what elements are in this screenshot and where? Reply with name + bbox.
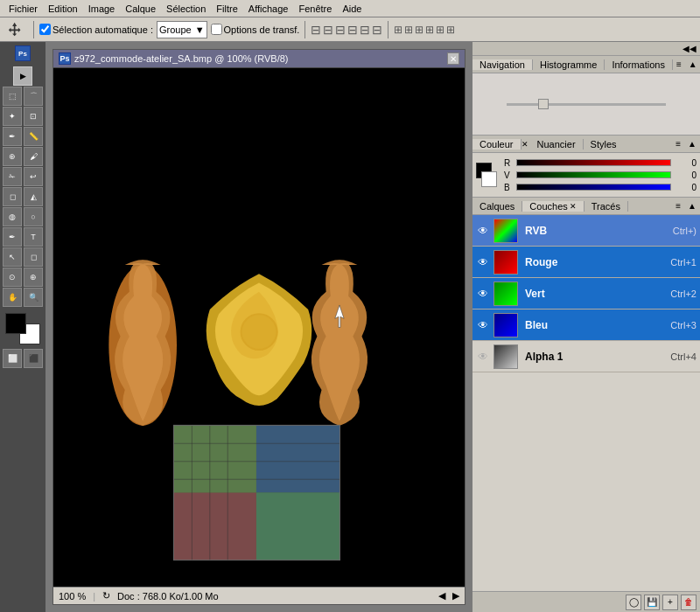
align-middle-v-icon[interactable]: ⊟: [360, 23, 370, 37]
menu-aide[interactable]: Aide: [337, 3, 367, 15]
tab-informations[interactable]: Informations: [605, 59, 673, 70]
bg-color-swatch[interactable]: [481, 171, 497, 187]
rectangular-marquee-tool[interactable]: ⬚: [3, 87, 22, 106]
channel-row-rvb[interactable]: 👁 RVB Ctrl+): [472, 215, 700, 247]
distrib-left-icon[interactable]: ⊞: [394, 24, 402, 36]
panel-collapse-icon[interactable]: ◀◀: [682, 44, 696, 53]
path-select-tool[interactable]: ↖: [3, 247, 22, 267]
b-slider[interactable]: [516, 184, 671, 191]
visibility-icon-bleu[interactable]: 👁: [476, 318, 490, 332]
3d-pan-tool[interactable]: ⊕: [24, 268, 43, 287]
menu-fenetre[interactable]: Fenêtre: [293, 3, 337, 15]
eyedropper-tool[interactable]: ✒: [3, 127, 22, 146]
channel-row-bleu[interactable]: 👁 Bleu Ctrl+3: [472, 309, 700, 341]
menu-edition[interactable]: Edition: [43, 3, 83, 15]
r-slider[interactable]: [516, 159, 671, 166]
nav-slider[interactable]: [507, 103, 666, 106]
hand-tool[interactable]: ✋: [3, 288, 22, 307]
visibility-icon-vert[interactable]: 👁: [476, 287, 490, 301]
scroll-left-btn[interactable]: ◀: [438, 590, 445, 602]
clone-stamp-tool[interactable]: ✁: [3, 167, 22, 186]
eraser-tool[interactable]: ◻: [3, 187, 22, 206]
distrib-top-icon[interactable]: ⊞: [425, 24, 434, 36]
distrib-bottom-icon[interactable]: ⊞: [446, 24, 455, 36]
g-slider[interactable]: [516, 171, 671, 178]
lasso-tool[interactable]: ⌒: [24, 87, 43, 106]
align-left-icon[interactable]: ⊟: [311, 23, 321, 37]
canvas-close-button[interactable]: ✕: [447, 52, 459, 65]
tab-histogramme[interactable]: Histogramme: [533, 59, 605, 70]
blur-tool[interactable]: ◍: [3, 207, 22, 226]
channel-row-alpha1[interactable]: 👁 Alpha 1 Ctrl+4: [472, 341, 700, 372]
tab-nuancier[interactable]: Nuancier: [530, 139, 584, 150]
zoom-level: 100 %: [59, 591, 86, 602]
align-right-icon[interactable]: ⊟: [335, 23, 346, 37]
layers-panel-resize-icon[interactable]: ▲: [684, 201, 700, 211]
brush-tool[interactable]: 🖌: [24, 147, 43, 166]
distrib-center-h-icon[interactable]: ⊞: [404, 24, 413, 36]
couleur-tab-close[interactable]: ✕: [522, 140, 528, 149]
channel-row-vert[interactable]: 👁 Vert Ctrl+2: [472, 278, 700, 309]
new-channel-btn[interactable]: +: [662, 595, 678, 610]
crop-tool[interactable]: ⊡: [24, 107, 43, 126]
fill-tool[interactable]: ◭: [24, 187, 43, 206]
measure-tool[interactable]: 📏: [24, 127, 43, 146]
color-panel-menu-icon[interactable]: ≡: [672, 139, 684, 149]
nav-slider-thumb[interactable]: [538, 99, 549, 109]
menu-fichier[interactable]: Fichier: [4, 3, 43, 15]
toolbar: Sélection automatique : Groupe ▼ Options…: [0, 17, 700, 42]
layers-panel-menu-icon[interactable]: ≡: [672, 201, 684, 211]
foreground-color-swatch[interactable]: [5, 313, 26, 334]
channel-row-rouge[interactable]: 👁 Rouge Ctrl+1: [472, 247, 700, 278]
move-tool[interactable]: ▶: [13, 66, 32, 86]
healing-brush-tool[interactable]: ⊕: [3, 147, 22, 166]
visibility-icon-rouge[interactable]: 👁: [476, 255, 490, 269]
menu-affichage[interactable]: Affichage: [243, 3, 294, 15]
visibility-icon-rvb[interactable]: 👁: [476, 224, 490, 238]
delete-channel-btn[interactable]: 🗑: [681, 595, 696, 610]
align-top-icon[interactable]: ⊟: [347, 23, 358, 37]
g-label: V: [504, 170, 513, 180]
options-transform-checkbox[interactable]: Options de transf.: [211, 24, 300, 35]
tab-styles[interactable]: Styles: [584, 139, 624, 150]
pen-tool[interactable]: ✒: [3, 227, 22, 247]
group-dropdown-value: Groupe: [159, 24, 192, 35]
tab-navigation[interactable]: Navigation: [472, 59, 533, 70]
tab-couleur[interactable]: Couleur: [472, 139, 522, 150]
tab-calques[interactable]: Calques: [472, 201, 522, 212]
refresh-icon[interactable]: ↻: [102, 590, 110, 602]
quick-mask-btn[interactable]: ⬛: [24, 349, 43, 368]
nav-panel-menu-icon[interactable]: ≡: [673, 59, 685, 69]
tab-couches[interactable]: Couches✕: [522, 201, 584, 212]
tab-traces[interactable]: Tracés: [584, 201, 628, 212]
nav-panel-collapse-icon[interactable]: ▲: [685, 59, 700, 69]
3d-tool[interactable]: ⊙: [3, 268, 22, 287]
menu-selection[interactable]: Sélection: [161, 3, 211, 15]
quick-select-tool[interactable]: ✦: [3, 107, 22, 126]
align-center-h-icon[interactable]: ⊟: [323, 23, 333, 37]
couches-tab-close-icon[interactable]: ✕: [570, 202, 577, 211]
save-selection-channel-btn[interactable]: 💾: [644, 595, 660, 610]
dodge-tool[interactable]: ○: [24, 207, 43, 226]
canvas-content[interactable]: [53, 68, 465, 587]
color-panel-collapse-icon[interactable]: ▲: [684, 139, 700, 149]
align-bottom-icon[interactable]: ⊟: [372, 23, 382, 37]
move-tool-btn[interactable]: [4, 19, 28, 40]
menu-calque[interactable]: Calque: [120, 3, 161, 15]
menu-image[interactable]: Image: [83, 3, 121, 15]
shape-tool[interactable]: ◻: [24, 247, 43, 267]
standard-mode-btn[interactable]: ⬜: [3, 349, 22, 368]
scroll-right-btn[interactable]: ▶: [452, 590, 459, 602]
distrib-right-icon[interactable]: ⊞: [415, 24, 424, 36]
text-tool[interactable]: T: [24, 227, 43, 247]
zoom-tool[interactable]: 🔍: [24, 288, 43, 307]
tools-panel: Ps ▶ ⬚ ⌒ ✦ ⊡ ✒ 📏 ⊕ 🖌 ✁ ↩ ◻ ◭: [0, 42, 46, 612]
visibility-icon-alpha1[interactable]: 👁: [476, 350, 490, 364]
history-brush-tool[interactable]: ↩: [24, 167, 43, 186]
menu-filtre[interactable]: Filtre: [211, 3, 242, 15]
group-dropdown[interactable]: Groupe ▼: [157, 21, 207, 38]
tool-row-7: ◻ ◭: [3, 187, 43, 206]
distrib-middle-v-icon[interactable]: ⊞: [436, 24, 444, 36]
auto-select-checkbox[interactable]: Sélection automatique :: [39, 24, 153, 35]
load-channel-selection-btn[interactable]: ◯: [626, 595, 641, 610]
